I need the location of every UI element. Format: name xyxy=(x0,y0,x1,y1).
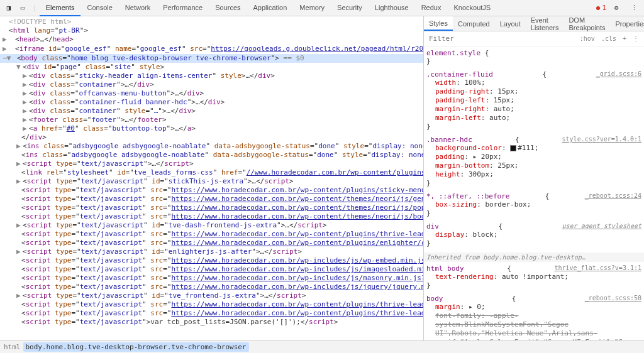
styles-tab-dom-bp[interactable]: DOM Breakpoints xyxy=(564,16,610,31)
crumb-body[interactable]: body.home.blog.tve-desktop-browser.tve-c… xyxy=(23,342,249,352)
styles-panel: Styles Computed Layout Event Listeners D… xyxy=(424,16,644,340)
device-icon[interactable]: ▭ xyxy=(16,2,29,14)
cls-button[interactable]: .cls xyxy=(599,34,619,43)
tab-network[interactable]: Network xyxy=(119,0,157,16)
styles-tab-layout[interactable]: Layout xyxy=(495,16,526,31)
styles-tab-computed[interactable]: Computed xyxy=(453,16,495,31)
selected-node[interactable]: ⋯▼<body class="home blog tve-desktop-bro… xyxy=(0,54,423,63)
tab-console[interactable]: Console xyxy=(80,0,118,16)
more-icon[interactable]: ⋮ xyxy=(630,34,641,43)
tab-memory[interactable]: Memory xyxy=(293,0,331,16)
tab-knockout[interactable]: KnockoutJS xyxy=(447,0,497,16)
tab-performance[interactable]: Performance xyxy=(157,0,209,16)
elements-tree[interactable]: <!DOCTYPE html> <html lang="pt-BR"> ▶<he… xyxy=(0,16,424,340)
more-icon[interactable]: ⋮ xyxy=(628,2,640,14)
styles-tab-events[interactable]: Event Listeners xyxy=(526,16,564,31)
hov-button[interactable]: :hov xyxy=(577,34,597,43)
inspect-icon[interactable]: ◨ xyxy=(3,2,15,14)
add-rule-button[interactable]: + xyxy=(620,34,629,43)
tab-lighthouse[interactable]: Lighthouse xyxy=(369,0,415,16)
tab-sources[interactable]: Sources xyxy=(209,0,247,16)
tab-elements[interactable]: Elements xyxy=(40,0,81,16)
breadcrumb: html body.home.blog.tve-desktop-browser.… xyxy=(0,340,644,353)
styles-tab-props[interactable]: Properties xyxy=(610,16,644,31)
tab-application[interactable]: Application xyxy=(247,0,294,16)
styles-filter-input[interactable] xyxy=(426,33,577,44)
crumb-html[interactable]: html xyxy=(4,343,21,351)
devtools-toolbar: ◨ ▭ | Elements Console Network Performan… xyxy=(0,0,644,16)
settings-icon[interactable]: ⚙ xyxy=(610,2,623,14)
styles-tab-styles[interactable]: Styles xyxy=(424,16,453,31)
error-count[interactable]: 1 xyxy=(596,4,606,12)
panel-tabs: Elements Console Network Performance Sou… xyxy=(40,0,497,16)
styles-rules[interactable]: element.style {}.container-fluid {_grid.… xyxy=(424,46,644,340)
tab-security[interactable]: Security xyxy=(331,0,369,16)
tab-redux[interactable]: Redux xyxy=(415,0,448,16)
